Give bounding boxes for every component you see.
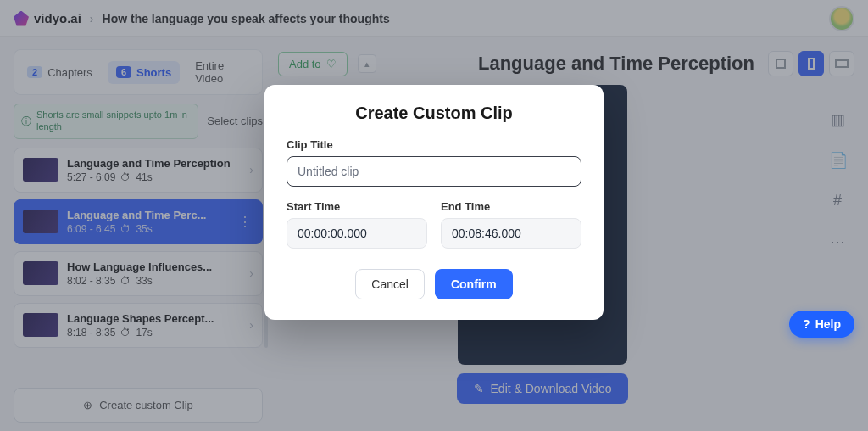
create-clip-modal: Create Custom Clip Clip Title Start Time… xyxy=(264,85,604,320)
modal-scrim: Create Custom Clip Clip Title Start Time… xyxy=(0,0,868,431)
modal-title: Create Custom Clip xyxy=(287,104,581,123)
cancel-button[interactable]: Cancel xyxy=(355,269,425,299)
clip-title-input[interactable] xyxy=(287,156,581,187)
confirm-button[interactable]: Confirm xyxy=(435,269,513,299)
end-time-label: End Time xyxy=(441,200,581,213)
start-time-input[interactable] xyxy=(287,218,427,249)
start-time-label: Start Time xyxy=(287,200,427,213)
help-button[interactable]: ? Help xyxy=(789,311,854,338)
help-icon: ? xyxy=(803,317,810,331)
help-label: Help xyxy=(815,317,841,331)
end-time-input[interactable] xyxy=(441,218,581,249)
clip-title-label: Clip Title xyxy=(287,138,581,151)
